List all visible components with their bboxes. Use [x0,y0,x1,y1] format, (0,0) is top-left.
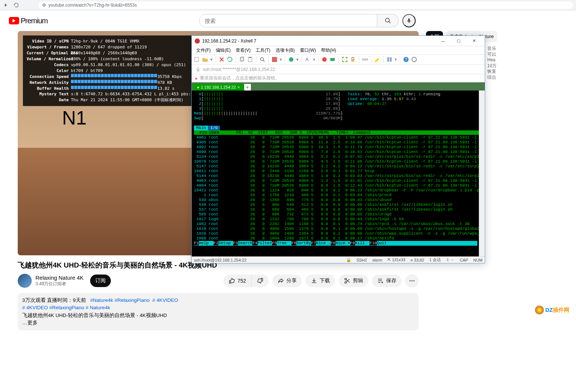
status-bar: ssh://root@192.168.1.254:22 🔒SSH2 xterm … [192,256,485,263]
video-meta: Relaxing Nature 4K 3.49万位订阅者 订阅 752 分享 [18,274,419,288]
help-icon[interactable]: ? [403,57,409,62]
share-icon [277,277,284,284]
svg-rect-8 [195,57,198,62]
update-icon[interactable] [411,57,417,62]
more-actions-button[interactable] [405,274,419,287]
stats-for-nerds: [X] Video ID / sCPNT2hg-hr-9uk / 084N TG… [23,35,207,106]
properties-icon[interactable] [272,57,277,62]
font-icon[interactable]: A [305,57,311,62]
dislike-button[interactable] [252,275,269,287]
menu-bar: 文件(F)编辑(E)查看(V)工具(T)选项卡(B)窗口(W)帮助(H) [192,46,485,54]
menu-item[interactable]: 窗口(W) [298,46,318,55]
xshell-app-icon [195,38,200,44]
site-watermark: DZ插件网 [535,306,569,314]
channel-avatar[interactable] [18,274,32,288]
menu-item[interactable]: 文件(F) [194,46,213,55]
youtube-logo[interactable]: Premium [9,17,48,25]
font-dropdown[interactable]: ▾ [313,57,315,62]
svg-rect-20 [351,59,354,62]
layout-dropdown[interactable]: ▾ [395,57,397,62]
svg-rect-12 [249,57,251,58]
lock-icon[interactable] [350,57,356,62]
menu-item[interactable]: 查看(V) [234,46,253,55]
copy-icon[interactable] [239,57,245,62]
open-dropdown[interactable]: ▾ [210,57,212,62]
session-tabs: ● 1 192.168.1.254:22 × + [192,82,485,91]
svg-point-16 [289,57,293,62]
find-icon[interactable] [259,57,265,62]
layout-icon[interactable] [386,57,392,62]
menu-item[interactable]: 帮助(H) [319,46,338,55]
color-dropdown[interactable]: ▾ [296,57,299,62]
status-term: xterm [372,258,382,262]
youtube-play-icon [9,17,19,24]
svg-point-0 [385,18,389,22]
open-icon[interactable] [202,57,208,62]
forward-icon[interactable] [3,2,9,8]
color-scheme-icon[interactable] [288,57,294,62]
maximize-button[interactable]: ▢ [451,36,466,46]
channel-subs: 3.49万位订阅者 [35,281,83,287]
toolbar: ▾ ▾ ▾ A ▾ ▾ ? [192,54,485,65]
svg-rect-23 [390,57,392,62]
svg-point-5 [409,280,410,282]
status-caps: CAP [460,258,468,262]
mic-icon [406,18,412,24]
download-button[interactable]: 下载 [306,275,335,287]
fullscreen-icon[interactable] [342,57,348,62]
status-size: 131x33 [392,258,405,262]
svg-rect-19 [330,58,335,61]
new-session-icon[interactable] [194,57,200,62]
xagent-icon[interactable] [321,57,327,62]
video-description[interactable]: 3万次观看 直播时间：9天前 #Nature4k #RelaxingPiano … [18,293,419,330]
more-horizontal-icon [409,277,415,284]
search-button[interactable] [377,14,399,27]
props-dropdown[interactable]: ▾ [280,57,282,62]
menu-item[interactable]: 编辑(E) [214,46,233,55]
terminal[interactable]: 0[|||||||| 17.9%] Tasks: 70, 52 thr, 153… [192,91,479,256]
address-bar[interactable]: ssh://root:********@192.168.1.254:22 [192,65,485,74]
subscribe-button[interactable]: 订阅 [90,275,111,287]
like-button[interactable]: 752 [224,275,252,287]
reload-icon[interactable] [13,2,19,8]
menu-item[interactable]: 工具(T) [253,46,272,55]
svg-rect-15 [272,57,277,62]
recommendation-info: 音乐可以Hea10万恢复综合 [487,46,497,81]
terminal-scrollbar[interactable] [479,91,485,256]
show-more-button[interactable]: …更多 [22,320,38,325]
menu-item[interactable]: 选项卡(B) [273,46,297,55]
url-bar[interactable]: ⚙ youtube.com/watch?v=T2hg-hr-9uk&t=6553… [38,1,573,9]
search-input[interactable] [199,14,377,27]
channel-name[interactable]: Relaxing Nature 4K [35,275,83,281]
session-tab[interactable]: ● 1 192.168.1.254:22 × [193,84,243,91]
tab-close-icon[interactable]: × [237,85,239,89]
disconnect-icon[interactable] [219,57,225,62]
add-tab-button[interactable]: + [244,84,251,91]
xshell-titlebar[interactable]: 192.168.1.254:22 - Xshell 7 — ▢ ✕ [192,36,485,46]
voice-search-button[interactable] [402,14,416,27]
highlight-icon[interactable] [374,57,380,62]
compose-bar-icon[interactable] [362,57,368,62]
svg-line-1 [389,21,391,23]
svg-point-26 [412,57,416,62]
status-num: NUM [473,258,483,262]
status-sessions: 1 会话 [429,257,441,263]
svg-rect-27 [197,69,200,71]
svg-rect-22 [387,57,389,62]
svg-text:A: A [306,57,309,62]
reconnect-icon[interactable] [227,57,233,62]
status-pos: 33,82 [414,258,425,262]
share-button[interactable]: 分享 [272,275,302,287]
site-info-icon[interactable]: ⚙ [42,3,46,8]
svg-point-18 [322,57,327,62]
status-connection: ssh://root@192.168.1.254:22 [194,258,246,262]
search-icon [385,17,391,24]
browser-bar: ⚙ youtube.com/watch?v=T2hg-hr-9uk&t=6553… [0,0,576,10]
close-button[interactable]: ✕ [466,36,482,46]
paste-icon[interactable] [247,57,253,62]
xftp-icon[interactable] [330,57,335,62]
url-text: youtube.com/watch?v=T2hg-hr-9uk&t=6553s [48,3,137,8]
minimize-button[interactable]: — [435,36,451,46]
clip-button[interactable]: 剪辑 [339,275,368,287]
save-button[interactable]: 保存 [372,275,402,287]
